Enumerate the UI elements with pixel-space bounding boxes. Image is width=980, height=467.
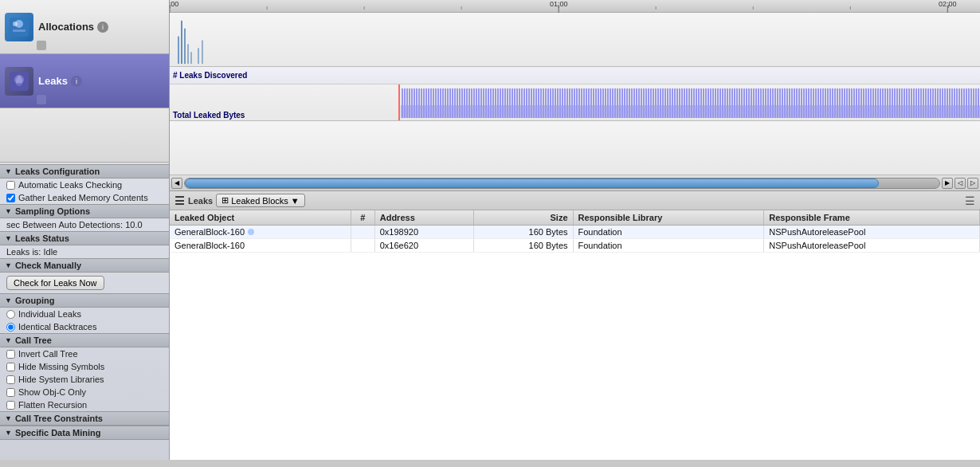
empty-track [170,121,980,175]
individual-leaks-item[interactable]: Individual Leaks [0,308,169,320]
total-leaked-bytes-label: Total Leaked Bytes [173,111,245,120]
timeline-ruler: 00:00 01:00 02:00 [170,0,980,13]
grouping-label: Grouping [15,296,55,305]
timeline-header: 00:00 01:00 02:00 [170,0,980,13]
table-body: GeneralBlock-1600x198920160 BytesFoundat… [170,226,980,253]
specific-data-mining-arrow: ▼ [5,429,12,437]
flatten-recursion-item[interactable]: Flatten Recursion [0,398,169,411]
table-area[interactable]: Leaked Object # Address Size Responsible [170,210,980,460]
leaks-name: Leaks [38,75,68,87]
svg-rect-20 [190,52,192,64]
allocations-chart-svg [170,13,980,66]
show-objc-only-item[interactable]: Show Obj-C Only [0,386,169,398]
hide-system-libraries-checkbox[interactable] [6,375,15,384]
sampling-options-header: ▼ Sampling Options [0,204,169,218]
table-header-row: Leaked Object # Address Size Responsible [170,210,980,226]
identical-backtraces-label: Identical Backtraces [18,322,96,332]
svg-rect-19 [187,44,189,64]
cell-size: 160 Bytes [473,226,573,239]
allocations-track [170,13,980,67]
leaks-icon [5,67,33,96]
scroll-left-button[interactable]: ◀ [171,178,182,189]
leaks-info-badge[interactable]: i [71,76,82,87]
scroll-next-button[interactable]: ▷ [967,178,978,189]
sec-between-value: sec Between Auto Detections: 10.0 [0,218,169,231]
identical-backtraces-radio[interactable] [6,323,15,332]
call-tree-header: ▼ Call Tree [0,333,169,347]
leaks-selector-icon: ☰ [174,194,185,207]
leaked-blocks-dropdown-icon: ▼ [291,196,300,206]
svg-point-6 [16,83,22,86]
col-responsible-frame[interactable]: Responsible Frame [764,210,980,226]
scroll-thumb[interactable] [185,179,879,188]
cell-address: 0x16e620 [374,239,473,253]
invert-call-tree-item[interactable]: Invert Call Tree [0,347,169,360]
automatic-leaks-item[interactable]: Automatic Leaks Checking [0,179,169,191]
col-count[interactable]: # [351,210,374,226]
hide-system-libraries-label: Hide System Libraries [18,375,104,384]
call-tree-constraints-label: Call Tree Constraints [15,414,103,423]
check-manually-header: ▼ Check Manually [0,258,169,273]
hide-missing-symbols-item[interactable]: Hide Missing Symbols [0,360,169,373]
leaks-status-arrow: ▼ [5,234,12,242]
individual-leaks-label: Individual Leaks [18,309,81,319]
cell-responsible-library: Foundation [573,239,764,253]
leaks-instrument-row[interactable]: Leaks i [0,54,169,108]
call-tree-label: Call Tree [15,336,52,345]
show-objc-only-checkbox[interactable] [6,388,15,397]
invert-call-tree-checkbox[interactable] [6,350,15,359]
sidebar: Allocations i Leaks i ▼ L [0,0,170,460]
individual-leaks-radio[interactable] [6,310,15,319]
leaks-status-header: ▼ Leaks Status [0,231,169,245]
allocations-instrument-row[interactable]: Allocations i [0,0,169,54]
leaks-table: Leaked Object # Address Size Responsible [170,210,980,253]
leaked-blocks-label: Leaked Blocks [231,196,288,206]
gather-leaked-item[interactable]: Gather Leaked Memory Contents [0,191,169,204]
allocations-name: Allocations [38,21,94,33]
automatic-leaks-checkbox[interactable] [6,181,15,190]
flatten-recursion-checkbox[interactable] [6,401,15,410]
show-objc-only-label: Show Obj-C Only [18,387,86,397]
content-area: 00:00 01:00 02:00 [170,0,980,460]
leaked-blocks-grid-icon: ⊞ [221,195,229,206]
leaks-configuration-label: Leaks Configuration [15,167,100,176]
leaks-status-label: Leaks Status [15,234,69,243]
cell-responsible-frame: NSPushAutoreleasePool [764,239,980,253]
leaked-dot [248,229,254,235]
table-row[interactable]: GeneralBlock-1600x198920160 BytesFoundat… [170,226,980,239]
col-size[interactable]: Size [473,210,573,226]
hide-missing-symbols-checkbox[interactable] [6,363,15,371]
svg-rect-16 [178,37,179,64]
config-panel: ▼ Leaks Configuration Automatic Leaks Ch… [0,163,169,460]
empty-instrument-row [0,108,169,163]
scroll-bar-area[interactable]: ◀ ▶ ◁ ▷ [170,175,980,191]
allocations-info-badge[interactable]: i [97,22,108,33]
leaked-blocks-selector[interactable]: ⊞ Leaked Blocks ▼ [216,194,304,207]
scroll-track[interactable] [184,178,940,189]
leaks-config-arrow: ▼ [5,167,12,175]
toolbar-menu-icon[interactable]: ☰ [965,194,975,207]
scroll-prev-button[interactable]: ◁ [955,178,966,189]
cell-size: 160 Bytes [473,239,573,253]
check-manually-arrow: ▼ [5,261,12,269]
grouping-header: ▼ Grouping [0,293,169,308]
col-leaked-object[interactable]: Leaked Object [170,210,351,226]
gather-leaked-checkbox[interactable] [6,194,15,202]
bottom-toolbar: ☰ Leaks ⊞ Leaked Blocks ▼ ☰ [170,191,980,210]
check-manually-label: Check Manually [15,261,81,270]
allocations-icon [5,13,33,41]
hide-system-libraries-item[interactable]: Hide System Libraries [0,373,169,386]
leaks-chart-area: Total Leaked Bytes [170,84,980,121]
svg-point-3 [13,22,18,26]
leaks-discovered-row: # Leaks Discovered [170,67,980,84]
call-tree-constraints-header: ▼ Call Tree Constraints [0,411,169,426]
call-tree-arrow: ▼ [5,336,12,344]
check-for-leaks-button[interactable]: Check for Leaks Now [6,276,104,290]
table-row[interactable]: GeneralBlock-1600x16e620160 BytesFoundat… [170,239,980,253]
col-address[interactable]: Address [374,210,473,226]
col-responsible-library[interactable]: Responsible Library [573,210,764,226]
identical-backtraces-item[interactable]: Identical Backtraces [0,320,169,333]
specific-data-mining-header: ▼ Specific Data Mining [0,426,169,440]
cell-leaked-object: GeneralBlock-160 [170,239,351,253]
scroll-right-button[interactable]: ▶ [942,178,953,189]
